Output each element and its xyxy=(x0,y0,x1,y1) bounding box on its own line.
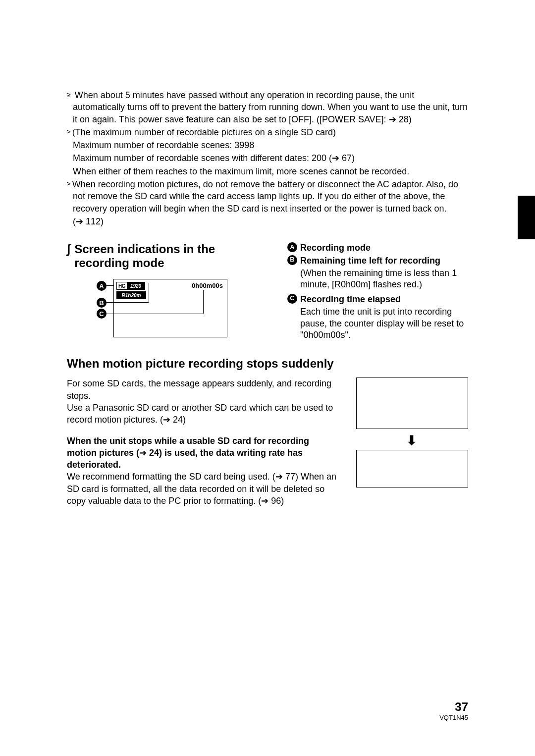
lead-line xyxy=(107,285,114,286)
mode-indicator: HG 1920 xyxy=(116,282,145,290)
remaining-indicator: R1h20m xyxy=(116,291,146,299)
mode-left: HG xyxy=(117,282,127,289)
label-c-row: C Recording time elapsed xyxy=(287,294,468,305)
circle-c-icon: C xyxy=(287,294,297,304)
ss-p1: For some SD cards, the message appears s… xyxy=(67,378,338,402)
note-2-l1: (The maximum number of recordable pictur… xyxy=(72,127,336,137)
circle-a-icon: A xyxy=(287,242,297,252)
label-c-text: Recording time elapsed xyxy=(300,294,401,305)
label-a-text: Recording mode xyxy=(300,242,371,254)
square-icon: ∫ xyxy=(67,242,70,255)
col-left: ∫ Screen indications in the recording mo… xyxy=(67,242,270,344)
page-footer: 37 VQT1N45 xyxy=(439,700,468,721)
diagram-marker-c: C xyxy=(97,309,107,319)
ss-p4: We recommend formatting the SD card bein… xyxy=(67,471,338,507)
screen-indications-section: ∫ Screen indications in the recording mo… xyxy=(67,242,468,344)
note-2-l3: Maximum number of recordable scenes with… xyxy=(73,152,468,164)
page-number: 37 xyxy=(439,700,468,714)
arrow-icon: ➔ xyxy=(76,216,83,226)
ss-p2b: 24) xyxy=(173,415,186,425)
ss-p2: Use a Panasonic SD card or another SD ca… xyxy=(67,402,338,426)
note-2: (The maximum number of recordable pictur… xyxy=(73,126,468,138)
ss-p2a: Use a Panasonic SD card or another SD ca… xyxy=(67,403,333,425)
note-3-ref: (➔ 112) xyxy=(73,216,468,227)
arrow-icon: ➔ xyxy=(261,496,268,506)
screen-diagram: A B C HG 1920 R1h20m 0h00m00s xyxy=(97,279,245,343)
label-b-text: Remaining time left for recording xyxy=(300,255,440,267)
sudden-stop-text: For some SD cards, the message appears s… xyxy=(67,378,338,507)
note-3: When recording motion pictures, do not r… xyxy=(73,178,468,215)
arrow-icon: ➔ xyxy=(389,114,396,124)
down-arrow-icon: ⬇ xyxy=(406,433,417,448)
elapsed-indicator: 0h00m00s xyxy=(192,282,223,289)
circle-b-icon: B xyxy=(287,255,297,265)
col-right: A Recording mode B Remaining time left f… xyxy=(287,242,468,344)
sudden-stop-heading: When motion picture recording stops sudd… xyxy=(67,357,468,371)
diagram-marker-a: A xyxy=(97,281,107,291)
note-2-l2: Maximum number of recordable scenes: 399… xyxy=(73,139,468,151)
diagram-marker-b: B xyxy=(97,298,107,308)
label-b-desc: (When the remaining time is less than 1 … xyxy=(300,268,468,291)
section-heading-text: Screen indications in the recording mode xyxy=(74,242,270,270)
top-notes: When about 5 minutes have passed without… xyxy=(67,89,468,227)
arrow-icon: ➔ xyxy=(163,415,170,425)
sd-bottom-box xyxy=(356,450,468,487)
label-c-desc: Each time the unit is put into recording… xyxy=(300,306,468,341)
note-2-l3a: Maximum number of recordable scenes with… xyxy=(73,153,332,163)
label-a-row: A Recording mode xyxy=(287,242,468,254)
arrow-icon: ➔ xyxy=(332,153,339,163)
section-heading: ∫ Screen indications in the recording mo… xyxy=(67,242,270,270)
screen-frame: HG 1920 R1h20m 0h00m00s xyxy=(113,279,227,337)
sd-diagram: ⬇ xyxy=(356,378,468,507)
page: When about 5 minutes have passed without… xyxy=(0,0,535,756)
note-1-ref: 28) xyxy=(399,114,412,124)
mode-right: 1920 xyxy=(127,282,145,289)
doc-id: VQT1N45 xyxy=(439,714,468,721)
ss-p3: When the unit stops while a usable SD ca… xyxy=(67,435,338,471)
edge-tab xyxy=(518,196,535,239)
sudden-stop-section: When motion picture recording stops sudd… xyxy=(67,357,468,507)
arrow-icon: ➔ xyxy=(275,472,283,482)
note3-ref: 112) xyxy=(86,216,104,226)
label-b-row: B Remaining time left for recording xyxy=(287,255,468,267)
note-2-l3b: 67) xyxy=(342,153,355,163)
arrow-icon: ➔ xyxy=(139,448,147,458)
note-1: When about 5 minutes have passed without… xyxy=(73,89,468,125)
note-2-l4: When either of them reaches to the maxim… xyxy=(73,165,468,177)
sd-top-box xyxy=(356,378,468,429)
ss-p4c: 96) xyxy=(271,496,284,506)
ss-p4a: We recommend formatting the SD card bein… xyxy=(67,472,275,482)
